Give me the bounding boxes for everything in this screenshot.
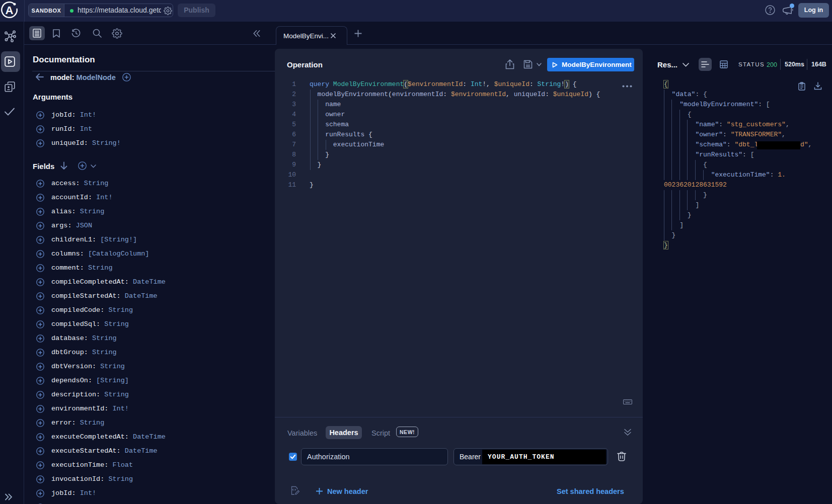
svg-text:A: A	[6, 4, 14, 17]
